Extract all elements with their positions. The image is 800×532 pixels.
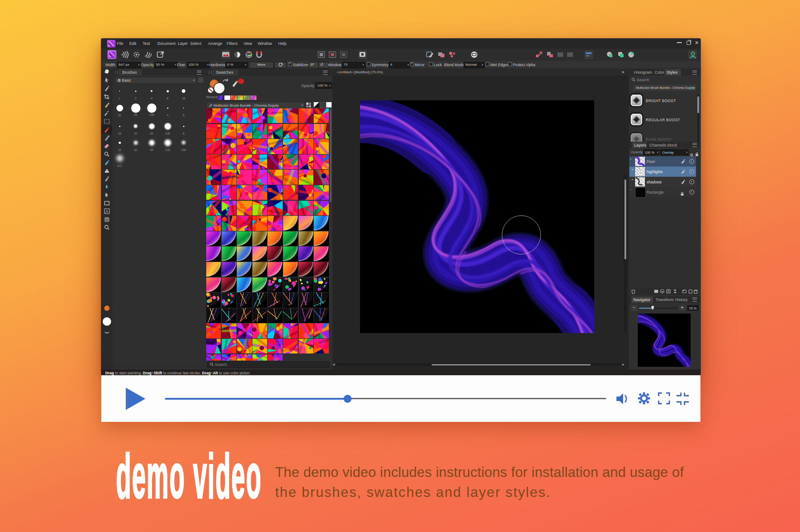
svg-text:A: A	[105, 209, 108, 214]
